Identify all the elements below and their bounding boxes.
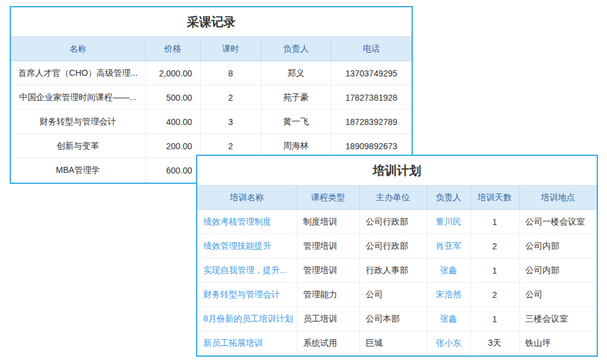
- table-cell: 郑义: [261, 61, 331, 86]
- table-cell: 600.00: [145, 158, 200, 183]
- table-cell: 500.00: [145, 86, 200, 110]
- table-cell: 张鑫: [427, 307, 470, 331]
- column-header: 负责人: [427, 186, 470, 210]
- cell-link[interactable]: 绩效考核管理制度: [203, 217, 271, 226]
- table-cell: 2: [470, 234, 519, 258]
- table-cell: MBA管理学: [11, 158, 145, 183]
- table-cell: 中国企业家管理时间课程——...: [11, 86, 145, 110]
- table-cell: 绩效考核管理制度: [197, 210, 297, 234]
- table-row: 首席人才官（CHO）高级管理...2,000.008郑义13703749295: [11, 61, 412, 86]
- cell-link[interactable]: 实现自我管理，提升...: [203, 265, 287, 275]
- table-cell: 财务转型与管理会计: [197, 283, 297, 307]
- cell-link[interactable]: 肖亚军: [436, 241, 461, 251]
- table-cell: 管理培训: [297, 234, 359, 258]
- table-cell: 8月份新的员工培训计划: [197, 307, 297, 331]
- table-cell: 2: [200, 86, 261, 110]
- cell-link[interactable]: 绩效管理技能提升: [203, 241, 271, 251]
- table-cell: 1: [470, 258, 519, 283]
- purchase-records-title: 采课记录: [11, 7, 412, 36]
- table-cell: 2: [470, 283, 519, 307]
- column-header: 课程类型: [297, 186, 359, 210]
- table-row: 中国企业家管理时间课程——...500.002苑子豪17827381928: [11, 86, 412, 110]
- table-row: 绩效管理技能提升管理培训公司行政部肖亚军2公司内部: [197, 234, 597, 258]
- table-cell: 3: [200, 110, 261, 134]
- cell-link[interactable]: 张鑫: [440, 314, 457, 323]
- table-cell: 公司内部: [519, 234, 597, 258]
- cell-link[interactable]: 财务转型与管理会计: [203, 289, 280, 299]
- table-cell: 1: [470, 307, 519, 331]
- training-plan-table: 培训名称课程类型主办单位负责人培训天数培训地点 绩效考核管理制度制度培训公司行政…: [197, 185, 597, 356]
- table-cell: 张小东: [427, 331, 470, 356]
- header-row: 名称价格课时负责人电话: [11, 37, 412, 61]
- table-cell: 黄一飞: [261, 110, 331, 134]
- table-cell: 三楼会议室: [519, 307, 597, 331]
- column-header: 电话: [331, 37, 412, 61]
- column-header: 名称: [11, 37, 145, 61]
- table-cell: 400.00: [145, 110, 200, 134]
- cell-link[interactable]: 宋浩然: [436, 289, 461, 299]
- table-row: 绩效考核管理制度制度培训公司行政部董川民1公司一楼会议室: [197, 210, 597, 234]
- table-row: 财务转型与管理会计管理能力公司宋浩然2公司: [197, 283, 597, 307]
- cell-link[interactable]: 新员工拓展培训: [203, 338, 263, 348]
- table-cell: 公司行政部: [359, 210, 427, 234]
- table-cell: 肖亚军: [427, 234, 470, 258]
- table-cell: 系统试用: [297, 331, 359, 356]
- table-cell: 巨城: [359, 331, 427, 356]
- table-cell: 公司: [519, 283, 597, 307]
- column-header: 主办单位: [359, 186, 427, 210]
- training-plan-panel: 培训计划 培训名称课程类型主办单位负责人培训天数培训地点 绩效考核管理制度制度培…: [196, 155, 598, 357]
- table-cell: 行政人事部: [359, 258, 427, 283]
- column-header: 负责人: [261, 37, 331, 61]
- table-cell: 公司本部: [359, 307, 427, 331]
- table-cell: 公司内部: [519, 258, 597, 283]
- table-cell: 17827381928: [331, 86, 412, 110]
- table-cell: 管理培训: [297, 258, 359, 283]
- table-cell: 2,000.00: [145, 61, 200, 86]
- table-row: 实现自我管理，提升...管理培训行政人事部张鑫1公司内部: [197, 258, 597, 283]
- column-header: 课时: [200, 37, 261, 61]
- table-cell: 8: [200, 61, 261, 86]
- table-cell: 董川民: [427, 210, 470, 234]
- cell-link[interactable]: 张小东: [436, 338, 461, 348]
- header-row: 培训名称课程类型主办单位负责人培训天数培训地点: [197, 186, 597, 210]
- table-cell: 18728392789: [331, 110, 412, 134]
- table-cell: 创新与变革: [11, 134, 145, 158]
- table-cell: 管理能力: [297, 283, 359, 307]
- table-cell: 苑子豪: [261, 86, 331, 110]
- column-header: 培训地点: [519, 186, 597, 210]
- table-cell: 新员工拓展培训: [197, 331, 297, 356]
- table-cell: 公司: [359, 283, 427, 307]
- table-cell: 财务转型与管理会计: [11, 110, 145, 134]
- column-header: 培训天数: [470, 186, 519, 210]
- table-cell: 公司一楼会议室: [519, 210, 597, 234]
- table-row: 8月份新的员工培训计划员工培训公司本部张鑫1三楼会议室: [197, 307, 597, 331]
- cell-link[interactable]: 张鑫: [440, 265, 457, 275]
- table-cell: 13703749295: [331, 61, 412, 86]
- training-plan-title: 培训计划: [197, 156, 597, 185]
- table-cell: 绩效管理技能提升: [197, 234, 297, 258]
- column-header: 价格: [145, 37, 200, 61]
- table-cell: 宋浩然: [427, 283, 470, 307]
- table-row: 新员工拓展培训系统试用巨城张小东3天铁山坪: [197, 331, 597, 356]
- table-cell: 实现自我管理，提升...: [197, 258, 297, 283]
- cell-link[interactable]: 董川民: [436, 217, 461, 226]
- table-cell: 3天: [470, 331, 519, 356]
- table-row: 财务转型与管理会计400.003黄一飞18728392789: [11, 110, 412, 134]
- cell-link[interactable]: 8月份新的员工培训计划: [203, 314, 293, 323]
- table-cell: 铁山坪: [519, 331, 597, 356]
- table-cell: 张鑫: [427, 258, 470, 283]
- table-cell: 员工培训: [297, 307, 359, 331]
- table-cell: 1: [470, 210, 519, 234]
- table-cell: 制度培训: [297, 210, 359, 234]
- table-cell: 200.00: [145, 134, 200, 158]
- column-header: 培训名称: [197, 186, 297, 210]
- table-cell: 公司行政部: [359, 234, 427, 258]
- table-cell: 首席人才官（CHO）高级管理...: [11, 61, 145, 86]
